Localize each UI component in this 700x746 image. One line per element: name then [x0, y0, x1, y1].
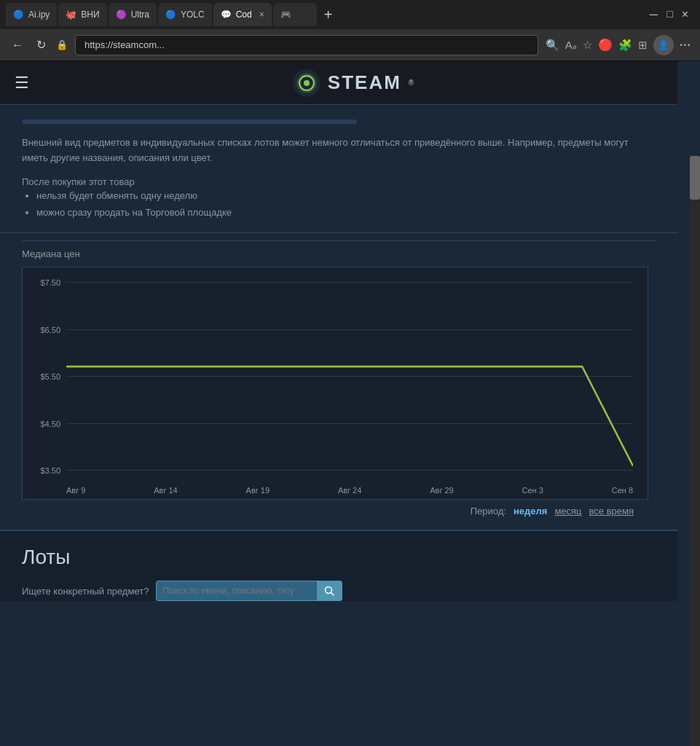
extensions-icon[interactable]: 🧩 — [618, 39, 632, 52]
tab-yolc[interactable]: 🔵 YOLC — [158, 3, 212, 26]
back-button[interactable]: ← — [9, 36, 26, 55]
y-label-450: $4.50 — [40, 420, 66, 428]
appearance-text: Внешний вид предметов в индивидуальных с… — [22, 136, 656, 166]
search-input[interactable] — [157, 581, 317, 600]
tab-vni[interactable]: 🐙 ВНИ — [58, 3, 106, 26]
new-tab-button[interactable]: + — [318, 4, 339, 26]
search-label: Ищете конкретный предмет? — [22, 586, 149, 597]
x-label-aug14: Авг 14 — [154, 486, 177, 495]
tab-icon-yolc: 🔵 — [165, 9, 176, 20]
close-window-button[interactable]: × — [682, 8, 688, 21]
tab-icon-cod: 💬 — [221, 9, 232, 20]
more-options-button[interactable]: ··· — [680, 39, 691, 52]
tab-steam[interactable]: 🎮 — [273, 3, 317, 26]
y-label-750: $7.50 — [40, 278, 66, 287]
steam-logo-text: STEAM — [328, 71, 401, 94]
browser-icon: 🔴 — [598, 38, 613, 52]
content-area: Внешний вид предметов в индивидуальных с… — [0, 105, 677, 601]
search-input-wrap — [156, 581, 342, 601]
x-label-aug19: Авг 19 — [246, 486, 270, 495]
favorites-icon[interactable]: ☆ — [583, 39, 592, 52]
y-label-550: $5.50 — [40, 372, 66, 381]
main-content-wrapper: ☰ STEAM® — [0, 61, 700, 712]
search-icon — [324, 586, 334, 596]
tab-ai[interactable]: 🔵 Ai.ipy — [6, 3, 57, 26]
tab-ultra[interactable]: 🟣 Ultra — [109, 3, 157, 26]
read-mode-icon[interactable]: Aₐ — [565, 39, 577, 52]
hamburger-menu[interactable]: ☰ — [15, 74, 29, 93]
tab-close-cod[interactable]: × — [259, 9, 264, 20]
chart-container: $7.50 $6.50 $5.50 $4.50 $3.50 — [22, 267, 648, 500]
tab-label-ai: Ai.ipy — [28, 9, 50, 20]
tab-label-ultra: Ultra — [131, 9, 149, 20]
address-bar: ← ↻ 🔒 🔍 Aₐ ☆ 🔴 🧩 ⊞ 👤 ··· — [0, 29, 700, 61]
tab-bar: 🔵 Ai.ipy 🐙 ВНИ 🟣 Ultra 🔵 YOLC 💬 Cod × 🎮 … — [0, 0, 700, 29]
tab-icon-steam: 🎮 — [280, 9, 291, 20]
price-line — [66, 366, 633, 466]
tab-icon-vni: 🐙 — [66, 9, 76, 20]
tab-label-yolc: YOLC — [181, 9, 205, 20]
tab-label-cod: Cod — [236, 9, 252, 20]
tab-icon-ultra: 🟣 — [116, 9, 127, 20]
lock-icon: 🔒 — [56, 39, 68, 50]
steam-page: ☰ STEAM® — [0, 61, 677, 712]
chart-section: Медиана цен $7.50 $6.50 $5.50 $4.50 $3.5… — [0, 233, 677, 530]
steam-header: ☰ STEAM® — [0, 61, 677, 105]
split-view-icon[interactable]: ⊞ — [638, 39, 648, 52]
period-month-button[interactable]: месяц — [554, 506, 581, 517]
search-icon[interactable]: 🔍 — [546, 39, 559, 52]
scrollbar-thumb[interactable] — [690, 156, 700, 200]
registered-mark: ® — [409, 79, 414, 87]
address-input[interactable] — [75, 35, 538, 55]
maximize-button[interactable]: □ — [666, 8, 672, 21]
search-row: Ищете конкретный предмет? — [22, 581, 656, 601]
browser-chrome: 🔵 Ai.ipy 🐙 ВНИ 🟣 Ultra 🔵 YOLC 💬 Cod × 🎮 … — [0, 0, 700, 61]
x-label-aug9: Авг 9 — [66, 486, 85, 495]
steam-logo-icon — [293, 69, 320, 97]
y-label-650: $6.50 — [40, 326, 66, 334]
y-label-350: $3.50 — [40, 466, 66, 475]
search-button[interactable] — [317, 581, 342, 600]
x-label-sep8: Сен 8 — [612, 486, 633, 495]
period-week-button[interactable]: неделя — [514, 506, 547, 517]
rule-2: можно сразу продать на Торговой площадке — [36, 204, 656, 221]
lots-section: Лоты Ищете конкретный предмет? — [0, 530, 677, 601]
tab-label-vni: ВНИ — [81, 9, 99, 20]
address-icons: 🔍 Aₐ ☆ 🔴 🧩 ⊞ 👤 ··· — [546, 35, 691, 55]
rule-1: нельзя будет обменять одну неделю — [36, 187, 656, 204]
period-label: Период: — [471, 506, 506, 517]
profile-button[interactable]: 👤 — [653, 35, 674, 55]
info-section: Внешний вид предметов в индивидуальных с… — [0, 105, 677, 233]
purchase-info: После покупки этот товар нельзя будет об… — [22, 176, 656, 221]
x-label-aug29: Авг 29 — [430, 486, 453, 495]
x-labels: Авг 9 Авг 14 Авг 19 Авг 24 Авг 29 Сен 3 … — [66, 486, 633, 495]
purchase-title: После покупки этот товар — [22, 176, 656, 187]
period-alltime-button[interactable]: все время — [589, 506, 634, 517]
chart-title: Медиана цен — [22, 240, 656, 259]
tab-icon-ai: 🔵 — [13, 9, 24, 20]
svg-point-1 — [304, 80, 310, 86]
period-selector: Период: неделя месяц все время — [22, 500, 656, 522]
purchase-rules: нельзя будет обменять одну неделю можно … — [36, 187, 656, 221]
refresh-button[interactable]: ↻ — [34, 35, 49, 55]
minimize-button[interactable]: ─ — [650, 8, 658, 21]
price-chart-svg — [66, 282, 633, 470]
tab-cod[interactable]: 💬 Cod × — [213, 3, 272, 26]
lots-title: Лоты — [22, 546, 656, 569]
svg-line-3 — [331, 593, 334, 596]
scrollbar[interactable] — [690, 156, 700, 746]
steam-logo: STEAM® — [293, 69, 414, 97]
x-label-aug24: Авг 24 — [338, 486, 361, 495]
x-label-sep3: Сен 3 — [522, 486, 543, 495]
